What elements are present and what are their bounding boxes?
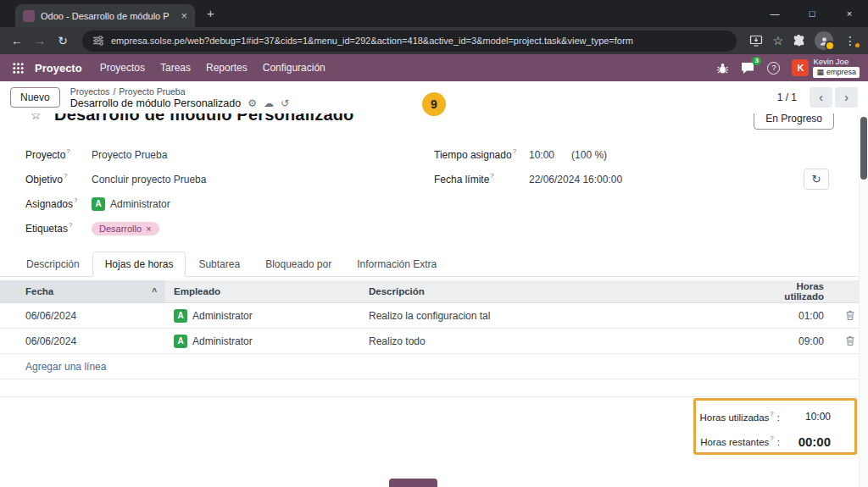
user-avatar[interactable]: K — [792, 59, 809, 76]
tab-hojas-de-horas[interactable]: Hojas de horas — [92, 252, 186, 277]
cell-descripcion[interactable]: Realizo todo — [360, 335, 751, 347]
help-marker: ? — [74, 196, 77, 204]
field-fecha-limite: Fecha límite? 22/06/2024 16:00:00 ↻ — [434, 167, 829, 191]
menu-proyectos[interactable]: Proyectos — [92, 57, 153, 79]
odoo-navbar: Proyecto Proyectos Tareas Reportes Confi… — [0, 54, 868, 81]
new-tab-button[interactable]: + — [207, 6, 214, 20]
bookmark-star-icon[interactable]: ☆ — [772, 34, 783, 47]
field-value-tiempo[interactable]: 10:00 — [529, 149, 554, 161]
field-asignados: Asignados? A Administrator — [25, 191, 434, 216]
field-label-fecha: Fecha límite? — [434, 173, 529, 185]
cell-fecha[interactable]: 06/06/2024 — [0, 335, 165, 347]
breadcrumb: Proyectos / Proyecto Prueba Desarrollo d… — [70, 86, 289, 109]
column-header-horas[interactable]: Horas utilizado — [751, 281, 832, 302]
debug-bug-icon[interactable] — [716, 62, 729, 75]
install-app-icon[interactable] — [749, 35, 763, 47]
pager-next-button[interactable]: › — [835, 87, 858, 108]
tiempo-percentage: (100 %) — [571, 149, 607, 161]
field-label-etiquetas: Etiquetas? — [25, 222, 92, 235]
field-tiempo-asignado: Tiempo asignado? 10:00 (100 %) — [434, 142, 829, 167]
cell-empleado[interactable]: AAdministrator — [165, 335, 360, 348]
employee-name: Administrator — [192, 335, 253, 347]
recurrence-refresh-button[interactable]: ↻ — [804, 169, 829, 190]
url-bar[interactable]: empresa.solse.pe/web?debug=1#id=37&cids=… — [82, 30, 737, 52]
tag-remove-icon[interactable]: × — [146, 224, 151, 234]
column-header-fecha[interactable]: Fecha^ — [0, 280, 165, 302]
tab-subtarea[interactable]: Subtarea — [186, 252, 253, 277]
assignee-name: Administrator — [110, 198, 170, 210]
timesheet-row-1[interactable]: 06/06/2024 AAdministrator Realizo la con… — [0, 303, 868, 329]
reload-icon[interactable]: ↻ — [56, 34, 70, 47]
tag-desarrollo[interactable]: Desarrollo× — [92, 222, 159, 235]
discard-undo-icon[interactable]: ↺ — [281, 98, 289, 108]
cell-fecha[interactable]: 06/06/2024 — [0, 310, 165, 322]
field-label-tiempo: Tiempo asignado? — [434, 148, 529, 161]
livechat-launcher[interactable] — [389, 479, 437, 487]
pager-previous-button[interactable]: ‹ — [810, 87, 832, 108]
settings-gear-icon[interactable]: ⚙ — [248, 98, 257, 108]
browser-window: Odoo - Desarrollo de módulo P × + — □ × … — [0, 0, 868, 487]
field-value-asignados[interactable]: A Administrator — [92, 197, 170, 211]
column-header-descripcion[interactable]: Descripción — [360, 286, 751, 296]
extensions-icon[interactable] — [793, 35, 805, 47]
column-header-empleado[interactable]: Empleado — [165, 286, 360, 296]
app-name[interactable]: Proyecto — [35, 62, 82, 75]
hours-summary: Horas utilizadas?: 10:00 Horas restantes… — [700, 407, 831, 456]
tab-bloqueado-por[interactable]: Bloqueado por — [253, 252, 344, 277]
back-icon[interactable]: ← — [10, 34, 24, 47]
sheet-separator — [0, 396, 868, 397]
browser-tab[interactable]: Odoo - Desarrollo de módulo P × — [15, 4, 195, 27]
list-header-row: Fecha^ Empleado Descripción Horas utiliz… — [0, 280, 868, 303]
field-value-fecha[interactable]: 22/06/2024 16:00:00 — [529, 174, 622, 185]
messages-icon[interactable]: 3 — [741, 62, 754, 75]
cell-horas[interactable]: 09:00 — [751, 335, 832, 347]
cell-empleado[interactable]: AAdministrator — [165, 309, 360, 323]
help-marker: ? — [490, 172, 493, 180]
site-settings-icon[interactable] — [92, 35, 104, 47]
window-minimize-button[interactable]: — — [756, 0, 793, 27]
browser-menu-icon[interactable]: ⋮ — [843, 34, 858, 47]
add-line-link[interactable]: Agregar una línea — [0, 361, 868, 373]
favorite-star-icon[interactable]: ☆ — [31, 113, 42, 122]
field-value-objetivo[interactable]: Concluir proyecto Prueba — [92, 174, 206, 185]
field-etiquetas: Etiquetas? Desarrollo× — [25, 216, 434, 241]
field-label-asignados: Asignados? — [25, 197, 92, 210]
scrollbar-thumb[interactable] — [860, 117, 867, 180]
breadcrumb-proyecto-prueba[interactable]: Proyecto Prueba — [119, 86, 185, 97]
help-icon[interactable]: ? — [767, 62, 780, 75]
new-button[interactable]: Nuevo — [10, 87, 60, 108]
user-name: Kevin Joe — [813, 58, 860, 66]
assignee-avatar: A — [92, 197, 105, 211]
field-label-proyecto: Proyecto? — [25, 148, 92, 161]
field-proyecto: Proyecto? Proyecto Prueba — [25, 142, 434, 167]
tab-informacion-extra[interactable]: Información Extra — [344, 252, 449, 277]
task-title[interactable]: Desarrollo de módulo Personalizado — [54, 113, 354, 125]
company-icon: ▦ — [816, 68, 824, 77]
window-maximize-button[interactable]: □ — [793, 0, 831, 27]
help-marker: ? — [513, 147, 516, 155]
help-marker: ? — [69, 221, 72, 229]
horas-restantes-row: Horas restantes?: 00:00 — [700, 431, 831, 451]
cell-descripcion[interactable]: Realizo la configuracion tal — [360, 310, 751, 322]
window-close-button[interactable]: × — [831, 0, 868, 27]
stage-button[interactable]: En Progreso — [754, 113, 834, 130]
forward-icon[interactable]: → — [33, 34, 47, 47]
sort-asc-icon: ^ — [152, 287, 157, 296]
menu-tareas[interactable]: Tareas — [153, 57, 198, 79]
scrollbar[interactable] — [859, 113, 868, 487]
employee-avatar: A — [174, 309, 187, 323]
user-menu[interactable]: Kevin Joe ▦empresa — [813, 58, 860, 78]
apps-grid-icon[interactable] — [12, 62, 25, 75]
timesheet-row-2[interactable]: 06/06/2024 AAdministrator Realizo todo 0… — [0, 329, 868, 354]
field-value-proyecto[interactable]: Proyecto Prueba — [92, 149, 167, 161]
breadcrumb-proyectos[interactable]: Proyectos — [70, 86, 110, 97]
profile-avatar[interactable] — [815, 31, 833, 50]
tab-close-icon[interactable]: × — [181, 10, 187, 21]
cell-horas[interactable]: 01:00 — [751, 310, 832, 322]
field-label-objetivo: Objetivo? — [25, 173, 92, 185]
horas-restantes-label: Horas restantes?: — [700, 435, 780, 447]
tab-descripcion[interactable]: Descripción — [14, 252, 92, 277]
menu-reportes[interactable]: Reportes — [198, 57, 255, 79]
cloud-save-icon[interactable]: ☁ — [264, 98, 274, 108]
menu-configuracion[interactable]: Configuración — [255, 57, 333, 79]
